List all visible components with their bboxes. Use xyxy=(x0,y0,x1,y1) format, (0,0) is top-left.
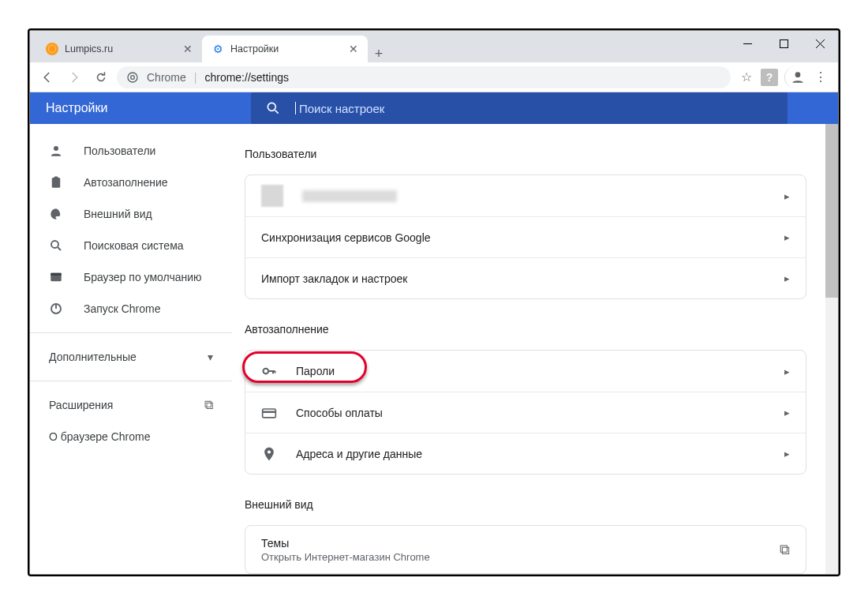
separator: | xyxy=(194,71,197,84)
tab-lumpics[interactable]: Lumpics.ru ✕ xyxy=(36,36,202,62)
row-themes[interactable]: Темы Открыть Интернет-магазин Chrome ⧉ xyxy=(245,526,806,573)
url-text: chrome://settings xyxy=(204,71,289,84)
sidebar-label: Запуск Chrome xyxy=(84,302,160,315)
sidebar-divider xyxy=(30,332,232,333)
favicon-lumpics xyxy=(46,43,58,55)
svg-point-4 xyxy=(268,103,275,111)
chevron-right-icon: ▸ xyxy=(784,231,790,243)
svg-rect-10 xyxy=(51,273,62,276)
address-bar[interactable]: Chrome | chrome://settings xyxy=(117,66,731,88)
svg-rect-13 xyxy=(263,409,276,418)
sidebar-about[interactable]: О браузере Chrome xyxy=(30,421,232,452)
scrollbar-thumb[interactable] xyxy=(825,124,838,298)
settings-app: Настройки Поиск настроек Пользователи Ав… xyxy=(30,92,838,574)
text-caret xyxy=(295,102,296,114)
row-label: Импорт закладок и настроек xyxy=(261,272,407,285)
tab-label: Настройки xyxy=(230,43,279,54)
svg-rect-0 xyxy=(780,39,788,47)
row-label: Адреса и другие данные xyxy=(296,448,422,460)
settings-header: Настройки Поиск настроек xyxy=(30,92,838,124)
chevron-down-icon: ▾ xyxy=(208,351,213,363)
reload-button[interactable] xyxy=(90,66,112,88)
row-label: Синхронизация сервисов Google xyxy=(261,231,431,244)
new-tab-button[interactable]: + xyxy=(368,46,390,62)
row-passwords[interactable]: Пароли ▸ xyxy=(245,351,806,392)
maximize-button[interactable] xyxy=(765,31,802,56)
person-icon xyxy=(49,144,65,158)
svg-point-5 xyxy=(54,146,58,151)
menu-dots-icon[interactable]: ⋮ xyxy=(810,66,832,88)
close-tab-icon[interactable]: ✕ xyxy=(183,43,193,55)
svg-point-1 xyxy=(128,73,137,82)
toolbar: Chrome | chrome://settings ☆ ? ⋮ xyxy=(30,62,838,92)
sidebar-item-on-startup[interactable]: Запуск Chrome xyxy=(30,293,232,325)
search-icon xyxy=(49,238,65,253)
sidebar-item-appearance[interactable]: Внешний вид xyxy=(30,198,232,230)
row-payment-methods[interactable]: Способы оплаты ▸ xyxy=(245,392,806,433)
browser-icon xyxy=(49,270,65,284)
svg-point-8 xyxy=(51,241,58,248)
help-extension-icon[interactable]: ? xyxy=(761,69,778,86)
svg-rect-6 xyxy=(52,178,61,188)
sidebar-advanced-toggle[interactable]: Дополнительные▾ xyxy=(30,341,232,373)
tab-strip: Lumpics.ru ✕ ⚙ Настройки ✕ + xyxy=(30,31,838,62)
svg-point-12 xyxy=(264,369,269,374)
profile-avatar-icon[interactable] xyxy=(784,66,806,88)
svg-point-2 xyxy=(131,75,135,79)
extensions-label: Расширения xyxy=(49,399,113,411)
sidebar-item-users[interactable]: Пользователи xyxy=(30,135,232,167)
row-current-user[interactable]: ▸ xyxy=(245,175,806,216)
external-link-icon: ⧉ xyxy=(780,542,790,558)
browser-window: Lumpics.ru ✕ ⚙ Настройки ✕ + Chrome | ch… xyxy=(29,30,839,575)
sidebar-label: Пользователи xyxy=(84,144,155,157)
settings-sidebar: Пользователи Автозаполнение Внешний вид … xyxy=(30,124,232,574)
settings-search[interactable]: Поиск настроек xyxy=(251,92,788,124)
sidebar-item-search-engine[interactable]: Поисковая система xyxy=(30,230,232,261)
sidebar-label: Автозаполнение xyxy=(84,176,168,189)
clipboard-icon xyxy=(49,175,65,189)
sidebar-item-default-browser[interactable]: Браузер по умолчанию xyxy=(30,261,232,293)
minimize-button[interactable] xyxy=(729,31,765,56)
close-button[interactable] xyxy=(802,31,838,56)
appearance-card: Темы Открыть Интернет-магазин Chrome ⧉ xyxy=(245,525,806,574)
forward-button[interactable] xyxy=(63,66,85,88)
themes-description: Открыть Интернет-магазин Chrome xyxy=(261,551,430,563)
section-title-appearance: Внешний вид xyxy=(245,498,806,511)
about-label: О браузере Chrome xyxy=(49,430,151,443)
settings-title: Настройки xyxy=(46,101,235,115)
bookmark-star-icon[interactable]: ☆ xyxy=(735,66,758,88)
sidebar-label: Браузер по умолчанию xyxy=(84,271,202,283)
svg-rect-7 xyxy=(54,177,58,179)
row-label: Способы оплаты xyxy=(296,407,383,419)
row-addresses[interactable]: Адреса и другие данные ▸ xyxy=(245,433,806,474)
svg-rect-14 xyxy=(263,411,276,413)
external-link-icon: ⧉ xyxy=(204,398,213,412)
row-sync-google[interactable]: Синхронизация сервисов Google ▸ xyxy=(245,216,806,257)
sidebar-label: Поисковая система xyxy=(84,239,184,252)
tab-settings[interactable]: ⚙ Настройки ✕ xyxy=(202,36,368,62)
back-button[interactable] xyxy=(36,66,58,88)
favicon-settings-gear-icon: ⚙ xyxy=(211,43,224,55)
palette-icon xyxy=(49,207,65,221)
close-tab-icon[interactable]: ✕ xyxy=(349,43,358,55)
users-card: ▸ Синхронизация сервисов Google ▸ Импорт… xyxy=(245,174,806,299)
location-pin-icon xyxy=(261,446,277,462)
chevron-right-icon: ▸ xyxy=(784,448,790,460)
user-avatar xyxy=(261,185,283,207)
search-placeholder: Поиск настроек xyxy=(299,102,384,115)
sidebar-extensions[interactable]: Расширения⧉ xyxy=(30,389,232,421)
row-import-bookmarks[interactable]: Импорт закладок и настроек ▸ xyxy=(245,257,806,298)
chrome-icon xyxy=(126,71,139,84)
settings-main: Пользователи ▸ Синхронизация сервисов Go… xyxy=(232,124,838,574)
sidebar-label: Внешний вид xyxy=(84,208,152,220)
svg-point-3 xyxy=(795,72,800,77)
sidebar-item-autofill[interactable]: Автозаполнение xyxy=(30,167,232,198)
row-label: Пароли xyxy=(296,365,335,377)
settings-body: Пользователи Автозаполнение Внешний вид … xyxy=(30,124,838,574)
chevron-right-icon: ▸ xyxy=(784,407,790,418)
user-name-redacted xyxy=(302,190,397,202)
themes-title: Темы xyxy=(261,537,430,550)
svg-point-15 xyxy=(268,450,271,453)
chevron-right-icon: ▸ xyxy=(784,366,790,377)
credit-card-icon xyxy=(261,405,277,421)
